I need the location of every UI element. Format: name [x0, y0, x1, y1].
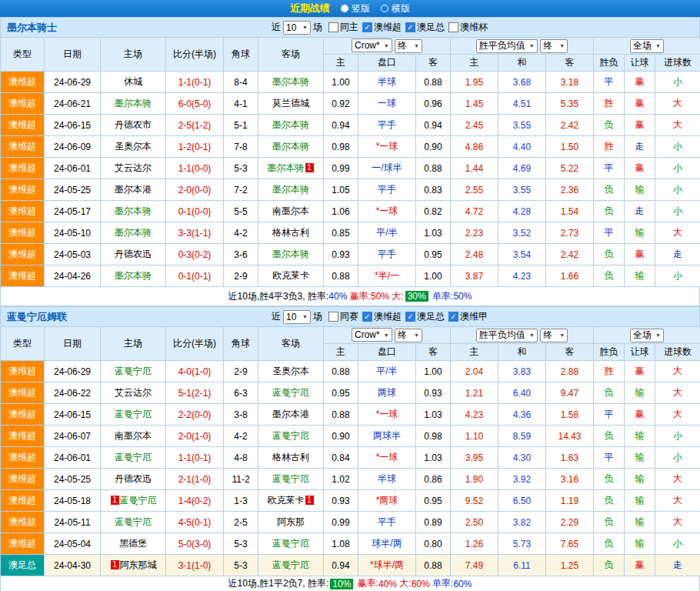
corner-cell: 3-6 [224, 244, 258, 265]
home-team-name[interactable]: 艾云达尔 [115, 162, 152, 173]
filter-checkbox-3[interactable]: 澳维杯 [448, 21, 488, 34]
away-team-name[interactable]: 欧克莱卡 [272, 270, 309, 281]
eu-home-odds-cell: 1.26 [451, 533, 498, 555]
europe-mean-select[interactable]: 胜平负均值▼ [476, 329, 538, 342]
away-team-name[interactable]: 格林古利 [272, 227, 309, 238]
eu-away-odds-cell: 7.65 [546, 533, 594, 555]
home-team-name[interactable]: 蓝曼宁厄 [115, 452, 152, 462]
summary-stats: 近10场,胜1平2负7, 胜率:10% 赢率:40% 大:60% 单率:60% [0, 576, 700, 591]
filter-checkbox-1[interactable]: ✓澳维超 [362, 310, 402, 323]
asia-away-odds-cell: 0.80 [416, 533, 451, 555]
away-team-name[interactable]: 格林古利 [272, 452, 309, 462]
final-asia-select[interactable]: 终▼ [395, 39, 422, 53]
away-team-name[interactable]: 蓝曼宁厄 [272, 430, 309, 441]
layout-radio-vertical[interactable]: 竖版 [341, 2, 370, 15]
col-date: 日期 [45, 38, 101, 72]
filter-checkbox-2[interactable]: ✓澳足总 [405, 21, 445, 34]
europe-mean-select[interactable]: 胜平负均值▼ [476, 39, 538, 53]
home-team-name[interactable]: 蓝曼宁厄 [115, 409, 152, 419]
filter-checkbox-0[interactable]: 同主 [328, 21, 358, 34]
result-cell: 负 [594, 201, 625, 222]
date-cell: 24-06-01 [45, 447, 101, 469]
home-team-name[interactable]: 墨尔本骑 [115, 205, 152, 216]
home-team-name[interactable]: 蓝曼宁厄 [115, 366, 152, 376]
home-team-name[interactable]: 艾云达尔 [115, 387, 152, 398]
chevron-down-icon: ▼ [655, 332, 661, 338]
match-row: 澳维超24-05-04黑德堡5-0(3-0)5-3蓝曼宁厄1.08球半/两0.8… [1, 533, 700, 555]
away-team-name[interactable]: 墨尔本骑 [272, 119, 309, 130]
home-team-name[interactable]: 丹德农迅 [115, 249, 152, 259]
away-team-name[interactable]: 阿东那 [277, 516, 305, 527]
home-team-name[interactable]: 墨尔本骑 [115, 227, 152, 238]
away-team-name[interactable]: 墨尔本骑 [272, 249, 309, 259]
home-team-name[interactable]: 墨尔本港 [115, 184, 152, 195]
away-team-name[interactable]: 墨尔本骑 [272, 141, 309, 152]
away-team-name[interactable]: 墨尔本骑 [268, 162, 305, 173]
home-team-name[interactable]: 丹德农市 [115, 119, 152, 130]
score-cell: 6-0(5-0) [166, 93, 224, 115]
home-team-name[interactable]: 阿东那城 [120, 559, 157, 570]
col-goals: 进球数 [655, 344, 700, 361]
date-cell: 24-05-25 [45, 179, 101, 201]
home-team-name[interactable]: 墨尔本骑 [115, 270, 152, 281]
home-team-name[interactable]: 墨尔本骑 [115, 98, 152, 109]
away-team-cell: 格林古利 [258, 222, 324, 244]
bookmaker-select[interactable]: Crow*▼ [352, 38, 392, 52]
handicap-cell: *半/一 [358, 265, 416, 287]
match-count-select[interactable]: 10 ▼ [283, 310, 311, 324]
away-team-cell: 墨尔本骑 [258, 136, 324, 158]
result-cell: 胜 [594, 361, 625, 382]
handicap-cell: *两球 [358, 490, 416, 512]
home-team-name[interactable]: 丹德农迅 [115, 473, 152, 484]
handicap-result-cell: 输 [625, 265, 655, 287]
away-team-cell: 南墨尔本 [258, 201, 324, 222]
handicap-result-cell: 输 [625, 382, 655, 404]
home-team-name[interactable]: 蓝曼宁厄 [120, 495, 157, 506]
final-asia-select[interactable]: 终▼ [395, 329, 422, 342]
filter-checkbox-0[interactable]: 同赛 [328, 310, 358, 323]
results-table: 类型 日期 主场 比分(半场) 角球 客场 Crow*▼ 终▼ 胜平负均值▼ 终… [0, 37, 700, 287]
asia-away-odds-cell: 0.89 [416, 512, 451, 533]
league-type-cell: 澳维超 [1, 404, 45, 426]
away-team-name[interactable]: 莫兰德城 [272, 98, 309, 109]
handicap-cell: *球半/两 [358, 555, 416, 576]
away-team-name[interactable]: 蓝曼宁厄 [272, 473, 309, 484]
away-team-name[interactable]: 南墨尔本 [272, 205, 309, 216]
eu-away-odds-cell: 1.19 [546, 490, 594, 512]
away-team-name[interactable]: 蓝曼宁厄 [272, 538, 309, 549]
asia-home-odds-cell: 1.08 [324, 533, 358, 555]
home-team-name[interactable]: 南墨尔本 [115, 430, 152, 441]
eu-away-odds-cell: 14.43 [546, 426, 594, 447]
away-team-name[interactable]: 墨尔本骑 [272, 184, 309, 195]
corner-cell: 2-9 [224, 265, 258, 287]
home-team-name[interactable]: 黑德堡 [119, 538, 147, 549]
match-row: 澳维超24-04-26墨尔本骑0-1(0-1)2-9欧克莱卡0.88*半/一1.… [1, 265, 700, 287]
match-row: 澳足总24-04-301阿东那城3-1(1-0)5-3蓝曼宁厄0.94*球半/两… [1, 555, 700, 576]
away-team-name[interactable]: 蓝曼宁厄 [272, 387, 309, 398]
layout-radio-horizontal[interactable]: 横版 [381, 2, 410, 15]
chevron-down-icon: ▼ [559, 332, 565, 338]
date-cell: 24-05-17 [45, 201, 101, 222]
away-team-name[interactable]: 墨尔本骑 [272, 76, 309, 87]
eu-draw-odds-cell: 3.68 [498, 72, 546, 93]
final-europe-select[interactable]: 终▼ [540, 39, 568, 53]
match-count-select[interactable]: 10 ▼ [283, 21, 311, 35]
bookmaker-select[interactable]: Crow*▼ [352, 328, 392, 342]
asia-away-odds-cell: 0.88 [416, 555, 451, 576]
home-team-name[interactable]: 蓝曼宁厄 [115, 516, 152, 527]
handicap-cell: 两球 [358, 382, 416, 404]
away-team-name[interactable]: 圣奥尔本 [272, 366, 309, 376]
fulltime-select[interactable]: 全场▼ [630, 39, 664, 53]
filter-checkbox-3[interactable]: ✓澳维甲 [448, 310, 488, 323]
final-europe-select[interactable]: 终▼ [540, 329, 568, 342]
away-team-name[interactable]: 欧克莱卡 [268, 495, 305, 506]
home-team-name[interactable]: 圣奥尔本 [115, 141, 152, 152]
fulltime-select[interactable]: 全场▼ [630, 329, 664, 342]
away-team-name[interactable]: 墨尔本港 [272, 409, 309, 419]
home-team-name[interactable]: 休城 [124, 76, 142, 87]
away-team-name[interactable]: 蓝曼宁厄 [272, 559, 309, 570]
eu-draw-odds-cell: 4.28 [498, 201, 546, 222]
filter-checkbox-1[interactable]: ✓澳维超 [362, 21, 402, 34]
date-cell: 24-05-03 [45, 244, 101, 265]
filter-checkbox-2[interactable]: ✓澳足总 [405, 310, 445, 323]
